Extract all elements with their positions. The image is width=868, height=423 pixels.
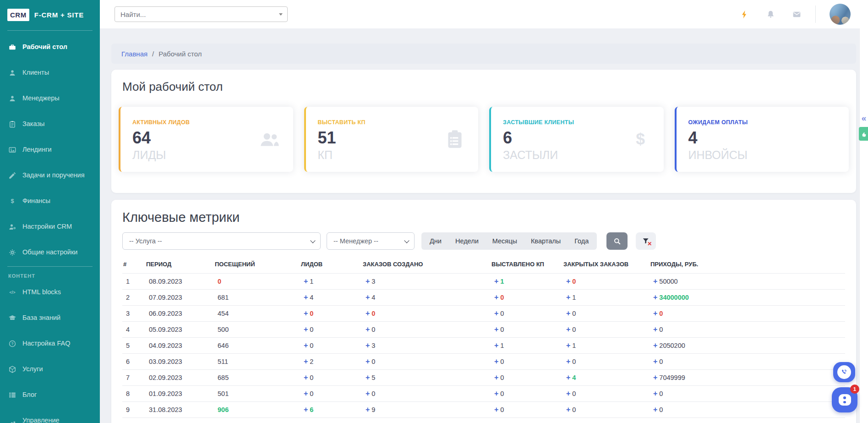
code-icon: </>: [8, 288, 16, 297]
table-cell-leads: +0: [300, 370, 362, 386]
sidebar-item[interactable]: Настройки CRM: [0, 214, 100, 240]
cell-value: 4: [310, 294, 313, 301]
table-cell-closed: +4: [562, 370, 650, 386]
period-button[interactable]: Дни: [423, 232, 448, 250]
sidebar-item[interactable]: </>HTML blocks: [0, 280, 100, 305]
svg-text:$: $: [636, 130, 645, 148]
clipboard-icon: [8, 120, 16, 128]
sidebar-item[interactable]: Клиенты: [0, 60, 100, 86]
table-cell-period: 03.09.2023: [145, 354, 214, 370]
service-filter-select[interactable]: -- Услуга --: [122, 232, 321, 250]
plus-icon: +: [304, 374, 308, 381]
table-cell-period: 04.09.2023: [145, 338, 214, 354]
viber-button[interactable]: [833, 362, 855, 382]
cube-icon: [8, 365, 16, 374]
users-icon: [258, 128, 281, 151]
chevrons-left-icon[interactable]: «: [862, 114, 867, 122]
cell-value: 34000000: [659, 294, 689, 301]
clipboard-big-icon: [443, 128, 466, 151]
table-cell-n: 1: [122, 274, 145, 290]
sidebar-item[interactable]: Лендинги: [0, 137, 100, 163]
cell-value: 0: [500, 406, 504, 413]
table-cell-n: 7: [122, 370, 145, 386]
cell-value: 0: [310, 374, 313, 381]
manager-filter-select[interactable]: -- Менеджер --: [327, 232, 415, 250]
table-row: 931.08.2023906+6+9+0+0+0: [122, 402, 845, 418]
sidebar-item[interactable]: Заказы: [0, 111, 100, 137]
table-cell-n: 9: [122, 402, 145, 418]
sidebar-item[interactable]: Менеджеры: [0, 86, 100, 111]
plus-icon: +: [566, 293, 570, 301]
table-cell-kp: +0: [491, 402, 562, 418]
sidebar-item[interactable]: База знаний: [0, 305, 100, 331]
logo[interactable]: CRM F-CRM + SITE: [0, 0, 100, 29]
cell-value: 454: [218, 310, 229, 317]
plus-icon: +: [653, 293, 657, 301]
table-cell-n: 10: [122, 418, 145, 423]
table-row: 603.09.2023511+2+0+0+0+0: [122, 354, 845, 370]
table-cell-kp: +0: [491, 418, 562, 423]
sidebar-item[interactable]: ?Настройка FAQ: [0, 331, 100, 357]
table-cell-period: 08.09.2023: [145, 274, 214, 290]
breadcrumb-home-link[interactable]: Главная: [121, 50, 147, 58]
stat-card[interactable]: ОЖИДАЕМ ОПЛАТЫ4ИНВОЙСЫ: [675, 107, 849, 172]
stat-card-label: ВЫСТАВИТЬ КП: [318, 119, 467, 126]
table-cell-visits: 501: [214, 386, 300, 402]
period-button[interactable]: Месяцы: [486, 232, 524, 250]
table-cell-leads: +1: [300, 274, 362, 290]
sidebar-item[interactable]: Блог: [0, 382, 100, 408]
sidebar-item-label: Блог: [22, 391, 37, 399]
table-cell-n: 3: [122, 306, 145, 322]
table-cell-closed: +1: [562, 338, 650, 354]
table-cell-income: +0: [650, 386, 845, 402]
sidebar-item[interactable]: Задачи и поручения: [0, 163, 100, 188]
avatar[interactable]: [830, 4, 851, 25]
cell-value: 0: [310, 342, 313, 349]
table-cell-orders: +0: [362, 306, 491, 322]
table-cell-orders: +9: [362, 402, 491, 418]
stat-card[interactable]: ЗАСТЫВШИЕ КЛИЕНТЫ6ЗАСТЫЛИ$: [489, 107, 664, 172]
briefcase-icon: [8, 43, 16, 51]
apply-search-button[interactable]: [606, 232, 628, 250]
sidebar-item[interactable]: Общие настройки: [0, 240, 100, 265]
cell-value: 646: [218, 342, 229, 349]
cell-value: 6: [310, 406, 313, 413]
plus-icon: +: [366, 406, 370, 413]
svg-text:?: ?: [11, 342, 13, 346]
plus-icon: +: [304, 293, 308, 301]
sidebar-item[interactable]: Услуги: [0, 357, 100, 382]
image-icon: [8, 146, 16, 154]
sidebar-item[interactable]: $Финансы: [0, 188, 100, 214]
bell-icon[interactable]: [766, 10, 775, 19]
cell-value: 0: [310, 326, 313, 333]
plus-icon: +: [366, 277, 370, 285]
plus-icon: +: [494, 357, 498, 365]
plus-icon: +: [494, 277, 498, 285]
plus-icon: +: [653, 341, 657, 349]
table-cell-kp: +0: [491, 386, 562, 402]
cell-value: 1: [500, 278, 504, 285]
metrics-filters: -- Услуга -- -- Менеджер -- ДниНеделиМес…: [122, 232, 845, 250]
table-cell-orders: +4: [362, 290, 491, 306]
sidebar-item[interactable]: Рабочий стол: [0, 34, 100, 60]
period-button[interactable]: Кварталы: [524, 232, 568, 250]
table-cell-closed: +0: [562, 322, 650, 338]
search-input[interactable]: [120, 11, 275, 18]
clear-filter-button[interactable]: ✕: [636, 232, 656, 250]
plus-icon: +: [366, 341, 370, 349]
period-button[interactable]: Года: [568, 232, 595, 250]
bolt-icon[interactable]: [740, 10, 749, 19]
global-search[interactable]: [115, 6, 288, 22]
breadcrumb-current: Рабочий стол: [158, 50, 202, 58]
chevron-down-icon: [310, 238, 315, 243]
table-cell-visits: 511: [214, 354, 300, 370]
mail-icon[interactable]: [792, 10, 802, 19]
plus-icon: +: [366, 293, 370, 301]
period-button[interactable]: Недели: [448, 232, 486, 250]
thumb-up-icon[interactable]: [859, 127, 868, 141]
stat-card[interactable]: АКТИВНЫХ ЛИДОВ64ЛИДЫ: [119, 107, 293, 172]
sidebar-item[interactable]: Управление подсказками: [0, 408, 100, 423]
stat-card[interactable]: ВЫСТАВИТЬ КП51КП: [304, 107, 479, 172]
cell-value: 511: [218, 358, 228, 365]
cell-value: 0: [371, 326, 375, 333]
